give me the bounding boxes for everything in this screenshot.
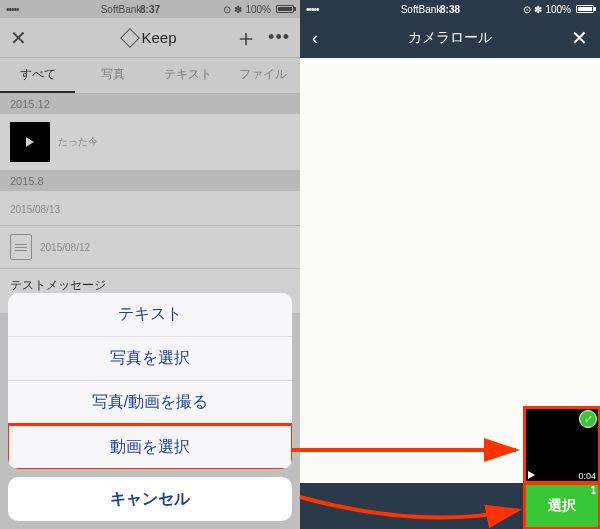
video-duration: 0:04	[578, 471, 596, 481]
sheet-option-text[interactable]: テキスト	[8, 293, 292, 337]
clock: 8:38	[300, 4, 600, 15]
sheet-cancel-button[interactable]: キャンセル	[8, 477, 292, 521]
video-thumbnail[interactable]: ✓ 0:04	[524, 407, 600, 483]
sheet-option-photo[interactable]: 写真を選択	[8, 337, 292, 381]
check-icon: ✓	[579, 410, 597, 428]
play-icon	[528, 471, 535, 479]
nav-bar: ‹ カメラロール ✕	[300, 18, 600, 58]
select-label: 選択	[548, 497, 576, 515]
action-sheet: テキスト 写真を選択 写真/動画を撮る 動画を選択 キャンセル	[8, 293, 292, 521]
select-count: 1	[590, 485, 596, 496]
footer-bar: 選択 1	[300, 483, 600, 529]
select-button[interactable]: 選択 1	[524, 483, 600, 529]
screen-camera-roll: ••••• SoftBank 8:38 ⊙ ✽ 100% ‹ カメラロール ✕ …	[300, 0, 600, 529]
screen-keep: ••••• SoftBank 8:37 ⊙ ✽ 100% ✕ Keep ＋ ••…	[0, 0, 300, 529]
sheet-option-video[interactable]: 動画を選択	[8, 425, 292, 469]
sheet-option-camera[interactable]: 写真/動画を撮る	[8, 381, 292, 425]
nav-title: カメラロール	[300, 29, 600, 47]
battery-icon	[576, 5, 594, 13]
back-icon[interactable]: ‹	[312, 28, 318, 49]
sheet-options: テキスト 写真を選択 写真/動画を撮る 動画を選択	[8, 293, 292, 469]
status-bar: ••••• SoftBank 8:38 ⊙ ✽ 100%	[300, 0, 600, 18]
close-icon[interactable]: ✕	[571, 26, 588, 50]
